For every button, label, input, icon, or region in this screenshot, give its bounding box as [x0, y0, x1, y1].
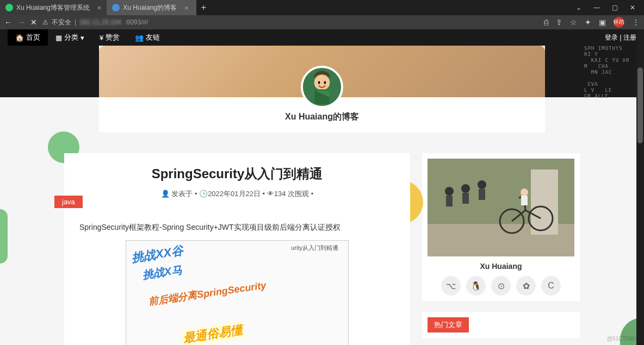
nav-friends-label: 友链: [146, 33, 160, 42]
svg-rect-17: [479, 189, 485, 200]
insecure-icon: ⚠: [42, 18, 48, 26]
address-bar[interactable]: ⚠ 不安全 | 182.11.23.104:8093/#/: [42, 18, 538, 27]
meta-date: 2022年01月22日: [208, 190, 261, 198]
nav-home-label: 首页: [26, 33, 40, 42]
article-thumbnail[interactable]: urity从入门到精通 挑战XX谷 挑战X马 前后端分离SpringSecuri…: [126, 240, 349, 345]
svg-point-12: [445, 187, 454, 196]
bookmark-icon[interactable]: ☆: [570, 18, 577, 27]
thumb-text-4: 最通俗易懂: [179, 321, 246, 345]
article-card: SpringSecurity从入门到精通 👤 发表于 • 🕒2022年01月22…: [64, 153, 410, 345]
article-tag[interactable]: java: [54, 196, 83, 208]
login-link[interactable]: 登录: [605, 34, 618, 41]
hot-articles-card: 热门文章: [422, 312, 580, 338]
home-icon: 🏠: [15, 34, 24, 42]
meta-prefix: 发表于: [171, 190, 193, 198]
tab-favicon: [112, 4, 120, 11]
profile-card: Xu Huaiang ⌥ 🐧 ⊙ ✿ C: [422, 153, 580, 301]
svg-rect-15: [462, 193, 469, 204]
blog-avatar[interactable]: [301, 66, 343, 108]
watermark: @51CTO怀昂: [607, 335, 641, 343]
back-button[interactable]: ←: [4, 18, 12, 27]
close-icon[interactable]: ×: [97, 4, 102, 12]
site-navbar: 🏠 首页 ▦ 分类 ▾ ¥ 赞赏 👥 友链 登录 | 注册: [0, 29, 644, 46]
svg-point-3: [324, 81, 326, 84]
caret-down-icon[interactable]: ⌄: [576, 4, 581, 11]
blog-title: Xu Huaiang的博客: [99, 111, 545, 123]
nav-home[interactable]: 🏠 首页: [8, 29, 48, 46]
profile-avatar[interactable]: 怀昂: [614, 17, 624, 28]
new-tab-button[interactable]: +: [196, 0, 210, 15]
svg-point-1: [314, 75, 330, 91]
svg-point-2: [318, 81, 320, 84]
svg-point-16: [478, 180, 486, 189]
maximize-button[interactable]: ▢: [612, 4, 618, 11]
svg-point-14: [461, 184, 470, 193]
thumb-text-2: 挑战X马: [141, 262, 183, 283]
scrollbar-track[interactable]: [636, 29, 644, 345]
grid-icon: ▦: [55, 34, 62, 42]
nav-sep: |: [618, 34, 623, 41]
thumb-text-3: 前后端分离SpringSecurity: [147, 279, 267, 308]
hot-articles-label: 热门文章: [428, 317, 469, 333]
sidepanel-icon[interactable]: ▣: [599, 18, 606, 27]
close-icon[interactable]: ×: [184, 4, 189, 12]
stop-button[interactable]: ✕: [30, 18, 37, 27]
wechat-icon[interactable]: ✿: [516, 276, 536, 296]
article-meta: 👤 发表于 • 🕒2022年01月22日 • 👁134 次围观 •: [79, 189, 395, 199]
tab-title: Xu Huaiang的博客: [123, 3, 177, 12]
insecure-label: 不安全: [52, 18, 71, 27]
nav-categories-label: 分类: [64, 33, 78, 42]
scrollbar-thumb[interactable]: [637, 67, 643, 143]
chevron-down-icon: ▾: [81, 34, 84, 42]
decor-left-arc: [0, 209, 8, 264]
c-icon[interactable]: C: [541, 276, 561, 296]
background-text-art: SPH IMOTHYS RI Y KAI C YU AR M CHA MN JA…: [584, 46, 644, 99]
nav-friends[interactable]: 👥 友链: [127, 29, 168, 46]
register-link[interactable]: 注册: [623, 34, 636, 41]
github-icon[interactable]: ⌥: [441, 276, 461, 296]
close-window-button[interactable]: ✕: [630, 4, 635, 11]
users-icon: 👥: [135, 34, 144, 42]
qq-icon[interactable]: 🐧: [466, 276, 486, 296]
article-title[interactable]: SpringSecurity从入门到精通: [79, 165, 395, 183]
weibo-icon[interactable]: ⊙: [491, 276, 511, 296]
svg-rect-13: [446, 196, 453, 206]
yen-icon: ¥: [100, 34, 103, 42]
url-host: 182.11.23.104: [79, 18, 121, 26]
thumb-title: urity从入门到精通: [291, 244, 338, 252]
profile-cover-image: [428, 159, 574, 256]
share-icon[interactable]: ⇪: [556, 18, 562, 27]
meta-views: 134 次围观: [274, 190, 309, 198]
nav-donate-label: 赞赏: [106, 33, 120, 42]
article-desc: SpringSecurity框架教程-Spring Security+JWT实现…: [79, 223, 395, 233]
url-path: :8093/#/: [125, 18, 148, 26]
user-icon: 👤: [161, 190, 170, 198]
minimize-button[interactable]: —: [593, 4, 600, 11]
tab-favicon: [5, 4, 13, 11]
clock-icon: 🕒: [199, 190, 208, 198]
svg-rect-7: [531, 170, 558, 235]
translate-icon[interactable]: ⎙: [544, 18, 548, 27]
browser-tab-0[interactable]: Xu Huaiang博客管理系统 ×: [0, 0, 107, 15]
browser-tab-1[interactable]: Xu Huaiang的博客 ×: [107, 0, 196, 15]
menu-icon[interactable]: ⋮: [632, 18, 640, 27]
eye-icon: 👁: [267, 190, 274, 198]
thumb-text-1: 挑战XX谷: [131, 243, 184, 266]
nav-categories[interactable]: ▦ 分类 ▾: [48, 29, 92, 46]
svg-rect-11: [521, 196, 528, 205]
blog-header-card: Xu Huaiang的博客: [99, 46, 545, 133]
extensions-icon[interactable]: ✦: [585, 18, 591, 27]
forward-button: →: [17, 18, 25, 27]
profile-username: Xu Huaiang: [428, 262, 574, 271]
nav-donate[interactable]: ¥ 赞赏: [92, 29, 127, 46]
tab-title: Xu Huaiang博客管理系统: [16, 3, 90, 12]
svg-point-10: [521, 189, 528, 196]
